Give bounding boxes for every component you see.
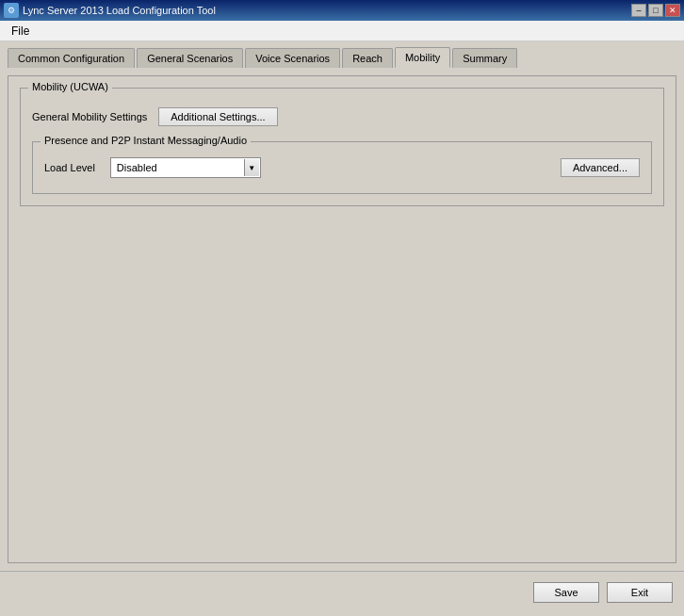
main-content: Mobility (UCWA) General Mobility Setting… [0,68,684,571]
window-controls: – □ ✕ [631,4,680,17]
presence-group-content: Load Level Disabled Low Medium High Cust… [33,142,651,193]
tab-reach[interactable]: Reach [342,48,393,68]
load-level-select[interactable]: Disabled Low Medium High Custom [110,157,261,178]
tabs-bar: Common Configuration General Scenarios V… [0,41,684,68]
tab-mobility[interactable]: Mobility [395,47,450,68]
menu-bar: File [0,21,684,41]
tab-common-configuration[interactable]: Common Configuration [8,48,135,68]
close-button[interactable]: ✕ [665,4,680,17]
general-mobility-row: General Mobility Settings Additional Set… [32,107,652,126]
load-level-select-wrapper: Disabled Low Medium High Custom ▼ [110,157,261,178]
exit-button[interactable]: Exit [607,582,673,603]
window-title: Lync Server 2013 Load Configuration Tool [23,5,216,16]
maximize-button[interactable]: □ [648,4,663,17]
menu-file[interactable]: File [4,23,37,40]
presence-group-box: Presence and P2P Instant Messaging/Audio… [32,141,652,194]
content-panel: Mobility (UCWA) General Mobility Setting… [8,75,676,563]
advanced-button[interactable]: Advanced... [561,158,640,177]
bottom-bar: Save Exit [0,571,684,612]
mobility-group-content: General Mobility Settings Additional Set… [21,92,663,205]
tab-summary[interactable]: Summary [452,48,517,68]
load-level-label: Load Level [44,162,95,173]
tab-general-scenarios[interactable]: General Scenarios [137,48,243,68]
title-bar-left: ⚙ Lync Server 2013 Load Configuration To… [4,3,216,18]
title-bar: ⚙ Lync Server 2013 Load Configuration To… [0,0,684,21]
additional-settings-button[interactable]: Additional Settings... [158,107,277,126]
minimize-button[interactable]: – [631,4,646,17]
tab-voice-scenarios[interactable]: Voice Scenarios [245,48,340,68]
save-button[interactable]: Save [533,582,599,603]
mobility-group-box: Mobility (UCWA) General Mobility Setting… [20,88,664,206]
general-mobility-label: General Mobility Settings [32,111,147,122]
mobility-group-title: Mobility (UCWA) [28,81,112,92]
presence-group-title: Presence and P2P Instant Messaging/Audio [41,135,251,146]
app-icon: ⚙ [4,3,19,18]
